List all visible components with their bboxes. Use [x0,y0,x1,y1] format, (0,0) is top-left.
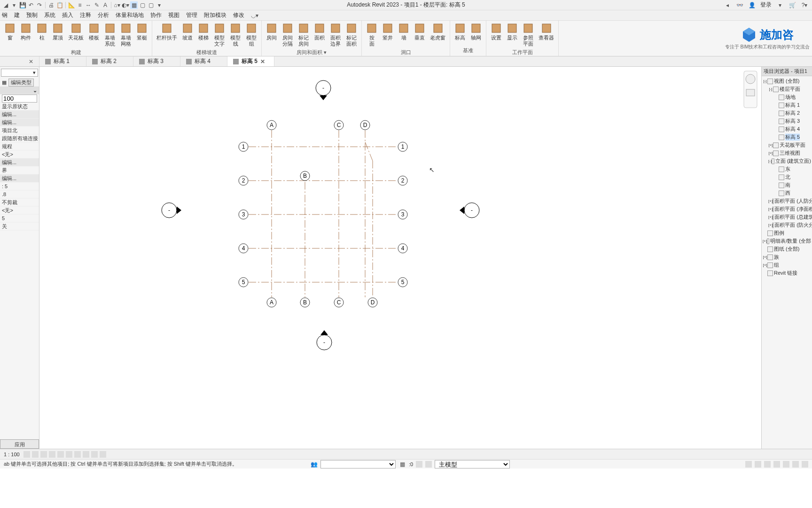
select-face-icon[interactable] [773,461,780,468]
align-icon[interactable]: ≡ [76,1,84,9]
dimension-icon[interactable]: ↔ [85,1,92,9]
tab-close-left[interactable]: ✕ [0,56,39,66]
menu-view[interactable]: 视图 [168,11,180,19]
tree-item[interactable]: 东 [763,165,811,173]
close-hidden-icon[interactable]: ▢ [139,1,146,9]
tree-item[interactable]: [-]楼层平面 [763,85,811,93]
menu-analyze[interactable]: 分析 [98,11,109,19]
view-tab[interactable]: 标高 4 [180,56,227,66]
help-icon[interactable]: ?▾ [801,1,808,9]
ribbon-button[interactable]: 模型 文字 [212,22,226,48]
tree-item[interactable]: [-]视图 (全部) [763,77,811,85]
ribbon-button[interactable]: 面积 边界 [328,22,343,48]
ribbon-button[interactable]: 房间 [265,22,279,42]
view-tab[interactable]: 标高 3 [133,56,180,66]
select-pinned-icon[interactable] [764,461,771,468]
ribbon-button[interactable]: 轴网 [469,22,483,42]
tree-item[interactable]: [+]面积平面 (总建筑 [763,213,811,221]
view-tab[interactable]: 标高 5✕ [227,56,274,66]
ribbon-button[interactable]: 栏杆扶手 [155,22,179,42]
property-row[interactable]: : 5 [0,183,39,190]
tree-item[interactable]: [+]组 [763,261,811,269]
grid-bubble[interactable]: 4 [398,244,407,253]
property-row[interactable]: 跟随所有墙连接 [0,135,39,143]
tree-item[interactable]: [+]面积平面 (防火分 [763,221,811,229]
scale-display[interactable]: 1 : 100 [4,452,20,457]
grid-bubble[interactable]: A [267,120,276,130]
close-icon[interactable]: ✕ [260,58,265,65]
ribbon-button[interactable]: 显示 [505,22,519,42]
tag-icon[interactable]: ✎ [93,1,101,9]
menu-addins[interactable]: 附加模块 [204,11,226,19]
tree-item[interactable]: [+]面积平面 (净面积 [763,205,811,213]
scale-input[interactable] [2,95,37,103]
grid-bubble[interactable]: 2 [239,176,248,185]
ribbon-button[interactable]: 竖梃 [135,22,149,42]
workset-dropdown[interactable] [320,460,396,468]
shadows-icon[interactable] [49,451,55,458]
grid-bubble[interactable]: B [300,171,310,181]
ribbon-button[interactable]: 查看器 [537,22,555,42]
ribbon-button[interactable]: 面积 [312,22,327,42]
search-icon[interactable]: 👓 [736,1,743,9]
grid-line[interactable] [365,142,373,161]
filter2-icon[interactable] [792,461,799,468]
editable-icon[interactable] [425,461,432,468]
apply-button[interactable]: 应用 [0,439,39,449]
filter-icon[interactable] [416,461,422,468]
tree-toggle-icon[interactable]: [+] [768,207,773,211]
temp-hide-icon[interactable] [91,451,98,458]
tree-item[interactable]: 图纸 (全部) [763,245,811,253]
property-row[interactable]: 项目北 [0,127,39,135]
undo-icon[interactable]: ↶ [27,1,35,9]
navigation-cube[interactable] [743,71,757,108]
tree-toggle-icon[interactable]: [+] [768,215,773,219]
thin-lines-icon[interactable]: ▦ [130,1,138,9]
sync-icon[interactable]: 📋 [56,1,63,9]
grid-bubble[interactable]: C [334,120,344,130]
crop-region-icon[interactable] [74,451,81,458]
cart-icon[interactable]: 🛒 [789,1,796,9]
view-tab[interactable]: 标高 2 [86,56,133,66]
print-icon[interactable]: 🖨 [47,1,55,9]
tree-item[interactable]: [+]面积平面 (人防分 [763,197,811,205]
measure-icon[interactable]: 📐 [68,1,75,9]
open-icon[interactable]: ▾ [10,1,18,9]
tree-item[interactable]: 标高 2 [763,109,811,117]
tree-item[interactable]: 西 [763,189,811,197]
tree-toggle-icon[interactable]: [+] [768,143,773,147]
grid-bubble[interactable]: 1 [398,142,407,151]
grid-bubble[interactable]: 5 [398,278,407,287]
section-icon[interactable]: ◐▾ [122,1,129,9]
property-row[interactable]: 界 [0,167,39,175]
close-icon[interactable]: ✕ [29,58,33,65]
ribbon-button[interactable]: 墙 [397,22,411,42]
grid-bubble[interactable]: D [368,298,377,307]
sun-path-icon[interactable] [40,451,47,458]
edit-type-button[interactable]: 编辑类型 [8,79,34,87]
detail-level-icon[interactable] [23,451,30,458]
nav-back-icon[interactable]: ◂ [724,1,731,9]
ribbon-button[interactable]: 房间 分隔 [281,22,295,48]
menu-steel[interactable]: 钢 [2,11,8,19]
grid-bubble[interactable]: D [360,120,370,130]
tree-item[interactable]: 北 [763,173,811,181]
grid-bubble[interactable]: B [300,298,310,307]
tree-toggle-icon[interactable]: [-] [763,79,767,83]
menu-massing[interactable]: 体量和场地 [116,11,144,19]
graphics-header[interactable]: ⌄ [0,87,39,95]
property-row[interactable]: 编辑... [0,175,39,183]
select-links-icon[interactable] [745,461,752,468]
view-type-dropdown[interactable]: ▾ [1,69,38,77]
tree-toggle-icon[interactable]: [-] [768,159,772,163]
app-menu-icon[interactable]: ◢ [2,1,9,9]
redo-icon[interactable]: ↷ [36,1,43,9]
menu-manage[interactable]: 管理 [186,11,197,19]
property-row[interactable]: <无> [0,151,39,159]
ribbon-button[interactable]: 竖井 [381,22,395,42]
select-underlay-icon[interactable] [755,461,761,468]
view-tab[interactable]: 标高 1 [39,56,86,66]
property-row[interactable]: <无> [0,206,39,214]
user-icon[interactable]: 👤 [748,1,756,9]
property-row[interactable]: .8 [0,190,39,198]
